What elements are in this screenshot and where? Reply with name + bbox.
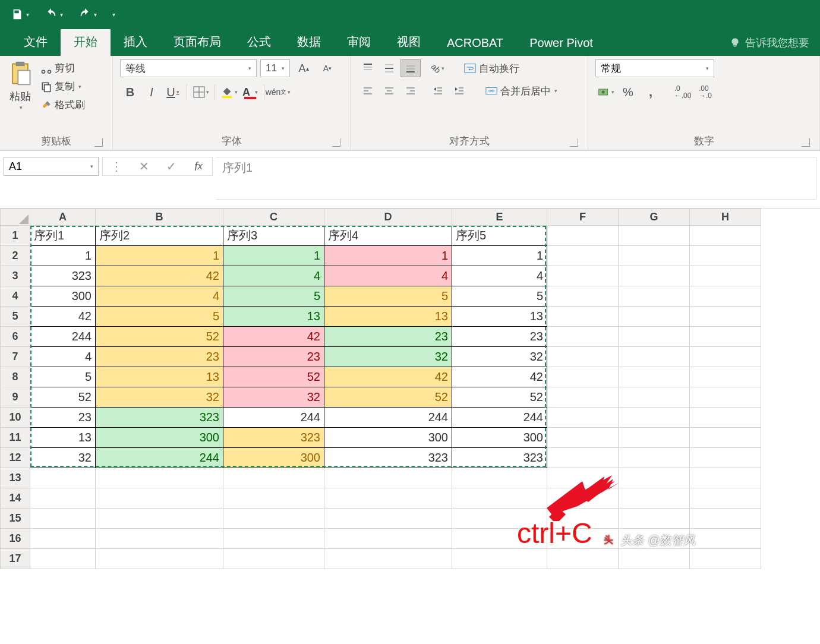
cell[interactable] — [547, 286, 619, 307]
cell[interactable] — [223, 549, 324, 569]
cell[interactable]: 序列1 — [30, 226, 96, 246]
tab-layout[interactable]: 页面布局 — [160, 29, 234, 56]
cell[interactable] — [324, 549, 452, 569]
column-header[interactable]: C — [223, 209, 324, 226]
cell[interactable]: 42 — [452, 367, 547, 387]
row-header[interactable]: 12 — [1, 448, 30, 468]
cell[interactable] — [547, 327, 619, 347]
cell[interactable] — [619, 448, 690, 468]
borders-button[interactable]: ▾ — [191, 83, 211, 101]
cell[interactable] — [690, 327, 761, 347]
align-top-button[interactable] — [358, 59, 378, 77]
align-right-button[interactable] — [400, 82, 421, 100]
increase-indent-button[interactable] — [449, 82, 469, 100]
cell[interactable] — [96, 468, 223, 488]
cell[interactable] — [223, 529, 324, 549]
accounting-format-button[interactable]: ▾ — [595, 83, 616, 101]
cell[interactable]: 42 — [223, 327, 324, 347]
font-color-button[interactable]: A▾ — [240, 83, 260, 101]
decrease-indent-button[interactable] — [428, 82, 448, 100]
cell[interactable] — [619, 509, 690, 529]
cell[interactable]: 23 — [96, 347, 223, 367]
cell[interactable]: 300 — [452, 428, 547, 448]
column-header[interactable]: G — [619, 209, 690, 226]
cell[interactable]: 300 — [223, 448, 324, 468]
cell[interactable]: 5 — [223, 286, 324, 307]
cell[interactable]: 244 — [30, 327, 96, 347]
tell-me[interactable]: 告诉我您想要 — [730, 36, 809, 56]
cell[interactable] — [547, 347, 619, 367]
cell[interactable] — [619, 387, 690, 408]
cell[interactable]: 323 — [223, 428, 324, 448]
align-middle-button[interactable] — [379, 59, 399, 77]
cell[interactable] — [547, 549, 619, 569]
row-header[interactable]: 15 — [1, 509, 30, 529]
cell[interactable] — [96, 509, 223, 529]
row-header[interactable]: 3 — [1, 266, 30, 286]
cell[interactable]: 23 — [30, 408, 96, 428]
cell[interactable]: 23 — [324, 327, 452, 347]
cell[interactable]: 52 — [30, 387, 96, 408]
cancel-button[interactable]: ✕ — [130, 157, 157, 175]
cell[interactable] — [547, 266, 619, 286]
cell[interactable]: 序列4 — [324, 226, 452, 246]
cell[interactable]: 323 — [96, 408, 223, 428]
cell[interactable] — [324, 468, 452, 488]
phonetic-button[interactable]: wén文▾ — [268, 83, 288, 101]
cell[interactable] — [547, 428, 619, 448]
row-header[interactable]: 8 — [1, 367, 30, 387]
format-painter-button[interactable]: 格式刷 — [38, 96, 87, 113]
cell[interactable]: 323 — [30, 266, 96, 286]
cell[interactable]: 序列5 — [452, 226, 547, 246]
cell[interactable] — [690, 468, 761, 488]
tab-home[interactable]: 开始 — [61, 29, 111, 56]
cell[interactable] — [547, 408, 619, 428]
cell[interactable]: 42 — [30, 307, 96, 327]
tab-insert[interactable]: 插入 — [111, 29, 160, 56]
cell[interactable] — [30, 529, 96, 549]
cell[interactable] — [324, 509, 452, 529]
tab-data[interactable]: 数据 — [284, 29, 334, 56]
cell[interactable] — [547, 448, 619, 468]
number-format-combo[interactable]: 常规▾ — [595, 59, 714, 77]
align-bottom-button[interactable] — [400, 59, 421, 77]
row-header[interactable]: 9 — [1, 387, 30, 408]
cell[interactable] — [619, 468, 690, 488]
cell[interactable] — [30, 549, 96, 569]
cell[interactable] — [690, 347, 761, 367]
cell[interactable]: 4 — [452, 266, 547, 286]
cell[interactable] — [690, 408, 761, 428]
cell[interactable] — [619, 266, 690, 286]
tab-formulas[interactable]: 公式 — [234, 29, 284, 56]
cell[interactable] — [619, 327, 690, 347]
tab-review[interactable]: 审阅 — [334, 29, 384, 56]
cell[interactable] — [690, 549, 761, 569]
save-button[interactable]: ▾ — [11, 8, 29, 21]
cell[interactable]: 42 — [96, 266, 223, 286]
dialog-launcher[interactable] — [94, 138, 103, 147]
cell[interactable] — [452, 488, 547, 509]
row-header[interactable]: 14 — [1, 488, 30, 509]
cell[interactable] — [690, 226, 761, 246]
wrap-text-button[interactable]: 自动换行 — [461, 60, 522, 77]
cell[interactable]: 52 — [96, 327, 223, 347]
cell[interactable]: 4 — [96, 286, 223, 307]
cell[interactable] — [690, 428, 761, 448]
dialog-launcher[interactable] — [332, 138, 340, 147]
cell[interactable] — [619, 246, 690, 266]
orientation-button[interactable]: ab▾ — [428, 59, 448, 77]
font-size-combo[interactable]: 11▾ — [260, 59, 290, 77]
column-header[interactable]: E — [452, 209, 547, 226]
cell[interactable]: 5 — [30, 367, 96, 387]
cell[interactable] — [619, 286, 690, 307]
cell[interactable]: 300 — [96, 428, 223, 448]
cell[interactable] — [547, 367, 619, 387]
cell[interactable] — [324, 488, 452, 509]
fill-color-button[interactable]: ▾ — [219, 83, 239, 101]
cell[interactable]: 5 — [452, 286, 547, 307]
cell[interactable]: 32 — [30, 448, 96, 468]
dialog-launcher[interactable] — [802, 138, 810, 147]
cell[interactable] — [30, 509, 96, 529]
cell[interactable] — [690, 448, 761, 468]
row-header[interactable]: 17 — [1, 549, 30, 569]
